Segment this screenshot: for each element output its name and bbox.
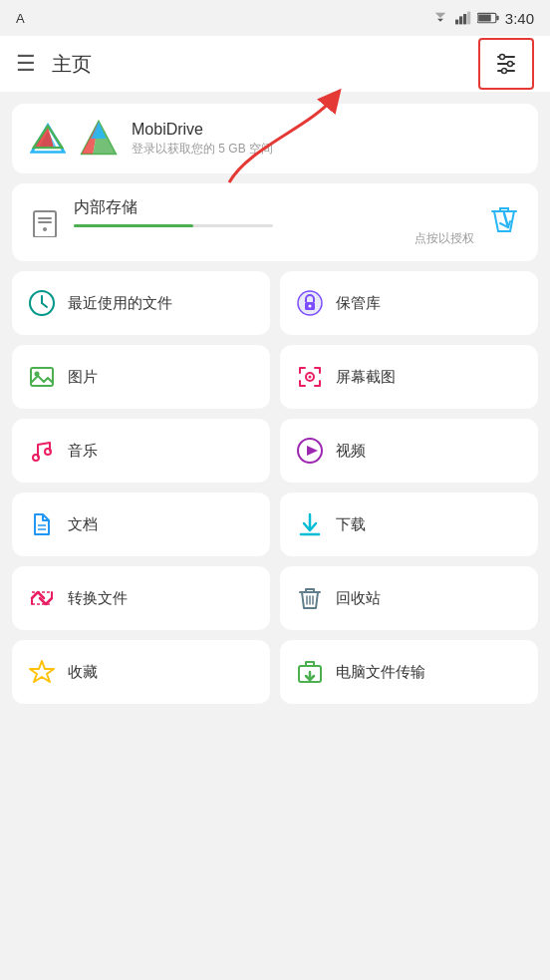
- toolbar: ☰ 主页: [0, 36, 550, 92]
- video-label: 视频: [336, 442, 366, 461]
- download-icon: [296, 510, 324, 538]
- lock-icon: [296, 289, 324, 317]
- video-icon: [296, 437, 324, 465]
- battery-icon: [477, 11, 499, 25]
- vault-card[interactable]: 保管库: [280, 271, 538, 335]
- mobidrive-info: MobiDrive 登录以获取您的 5 GB 空间: [132, 121, 520, 158]
- svg-point-10: [500, 55, 505, 60]
- status-right-icons: 3:40: [431, 10, 534, 27]
- favorites-card[interactable]: 收藏: [12, 640, 270, 704]
- docs-label: 文档: [68, 515, 98, 534]
- recent-files-card[interactable]: 最近使用的文件: [12, 271, 270, 335]
- svg-rect-28: [31, 368, 53, 386]
- trash-label: 回收站: [336, 589, 381, 608]
- signal-icon: [455, 11, 471, 25]
- svg-rect-3: [467, 12, 470, 25]
- svg-rect-0: [455, 20, 458, 25]
- status-bar: A 3:40: [0, 0, 550, 36]
- trash-card[interactable]: 回收站: [280, 566, 538, 630]
- storage-card[interactable]: 内部存储 点按以授权: [12, 183, 538, 261]
- svg-rect-20: [38, 221, 52, 223]
- status-time: 3:40: [505, 10, 534, 27]
- download-label: 下载: [336, 515, 366, 534]
- svg-point-31: [309, 376, 312, 379]
- svg-marker-35: [307, 446, 318, 456]
- svg-line-24: [42, 303, 47, 307]
- download-card[interactable]: 下载: [280, 492, 538, 556]
- screenshot-label: 屏幕截图: [336, 368, 396, 387]
- svg-rect-5: [478, 14, 491, 21]
- clean-button[interactable]: [488, 203, 520, 242]
- convert-card[interactable]: 转换文件: [12, 566, 270, 630]
- star-icon: [28, 658, 56, 686]
- docs-card[interactable]: 文档: [12, 492, 270, 556]
- page-title: 主页: [52, 51, 462, 78]
- transfer-card[interactable]: 电脑文件传输: [280, 640, 538, 704]
- grid-row-1: 最近使用的文件 保管库: [12, 271, 538, 335]
- images-card[interactable]: 图片: [12, 345, 270, 409]
- content-area: MobiDrive 登录以获取您的 5 GB 空间 内部存储 点按以授权: [0, 92, 550, 716]
- transfer-icon: [296, 658, 324, 686]
- svg-rect-19: [38, 217, 52, 219]
- image-icon: [28, 363, 56, 391]
- storage-bar: [74, 224, 273, 227]
- svg-point-21: [43, 227, 47, 231]
- grid-row-2: 图片 屏幕截图: [12, 345, 538, 409]
- svg-point-27: [309, 305, 312, 308]
- status-left-icon: A: [16, 11, 25, 26]
- storage-icon: [30, 207, 60, 237]
- grid-row-3: 音乐 视频: [12, 419, 538, 483]
- storage-subtitle: 点按以授权: [74, 230, 474, 247]
- storage-name: 内部存储: [74, 197, 474, 218]
- mobidrive-logo-div: [80, 120, 118, 158]
- grid-row-4: 文档 下载: [12, 492, 538, 556]
- favorites-label: 收藏: [68, 663, 98, 682]
- storage-info: 内部存储 点按以授权: [74, 197, 474, 247]
- svg-rect-1: [459, 16, 462, 24]
- svg-point-11: [508, 62, 513, 67]
- grid-row-6: 收藏 电脑文件传输: [12, 640, 538, 704]
- document-icon: [28, 510, 56, 538]
- music-label: 音乐: [68, 442, 98, 461]
- filter-icon: [494, 53, 518, 75]
- svg-point-12: [502, 69, 507, 74]
- images-label: 图片: [68, 368, 98, 387]
- svg-point-33: [45, 449, 51, 455]
- convert-label: 转换文件: [68, 589, 128, 608]
- svg-marker-48: [30, 661, 54, 682]
- trash-icon: [296, 584, 324, 612]
- convert-icon: [28, 584, 56, 612]
- mobidrive-name: MobiDrive: [132, 121, 520, 139]
- mobidrive-logo: [30, 121, 66, 157]
- filter-button[interactable]: [478, 38, 534, 90]
- mobidrive-card[interactable]: MobiDrive 登录以获取您的 5 GB 空间: [12, 104, 538, 173]
- recent-files-label: 最近使用的文件: [68, 294, 172, 313]
- grid-row-5: 转换文件 回收站: [12, 566, 538, 630]
- clock-icon: [28, 289, 56, 317]
- svg-rect-2: [463, 14, 466, 24]
- screenshot-card[interactable]: 屏幕截图: [280, 345, 538, 409]
- music-icon: [28, 437, 56, 465]
- svg-rect-6: [496, 16, 498, 21]
- mobidrive-subtitle: 登录以获取您的 5 GB 空间: [132, 141, 520, 158]
- storage-bar-fill: [74, 224, 193, 227]
- menu-icon[interactable]: ☰: [16, 51, 36, 77]
- vault-label: 保管库: [336, 294, 381, 313]
- screenshot-icon: [296, 363, 324, 391]
- music-card[interactable]: 音乐: [12, 419, 270, 483]
- svg-rect-18: [34, 211, 56, 237]
- svg-point-32: [33, 455, 39, 461]
- video-card[interactable]: 视频: [280, 419, 538, 483]
- transfer-label: 电脑文件传输: [336, 663, 425, 682]
- wifi-icon: [431, 11, 449, 25]
